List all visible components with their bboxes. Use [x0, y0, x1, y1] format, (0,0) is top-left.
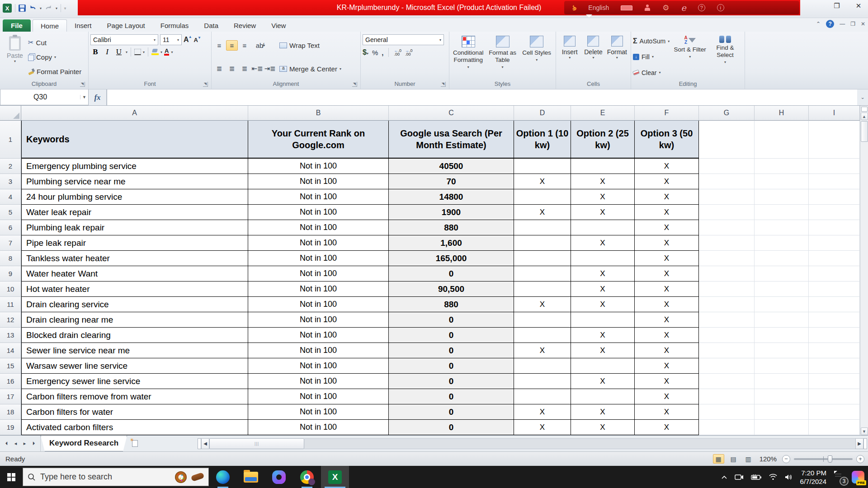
tab-page-layout[interactable]: Page Layout: [99, 19, 153, 32]
row-header-9[interactable]: 9: [0, 266, 21, 282]
cell-G6[interactable]: [699, 220, 755, 235]
cell-E17[interactable]: [571, 389, 635, 404]
help-icon[interactable]: ?: [698, 4, 705, 11]
browser-icon[interactable]: e: [681, 3, 686, 13]
cell-H15[interactable]: [755, 358, 809, 374]
cell-D14[interactable]: X: [514, 343, 571, 358]
cell-D15[interactable]: [514, 358, 571, 374]
eclair-image[interactable]: [191, 472, 205, 482]
cell-F5[interactable]: X: [635, 205, 699, 220]
col-header-I[interactable]: I: [809, 106, 860, 121]
cell-C7[interactable]: 1,600: [389, 235, 514, 251]
cell-A15[interactable]: Warsaw sewer line service: [21, 358, 248, 374]
zoom-out-button[interactable]: −: [782, 455, 790, 463]
taskbar-edge-icon[interactable]: [209, 466, 237, 488]
cell-G16[interactable]: [699, 374, 755, 389]
cell-E18[interactable]: X: [571, 404, 635, 420]
cell-A12[interactable]: Drain clearing near me: [21, 312, 248, 328]
format-as-table-button[interactable]: Format as Table▾: [486, 33, 520, 80]
cell-I12[interactable]: [809, 312, 860, 328]
cell-A11[interactable]: Drain clearing service: [21, 297, 248, 312]
cell-H12[interactable]: [755, 312, 809, 328]
cell-I3[interactable]: [809, 174, 860, 189]
tab-review[interactable]: Review: [226, 19, 264, 32]
cell-H14[interactable]: [755, 343, 809, 358]
normal-view-button[interactable]: ▦: [713, 454, 724, 464]
next-sheet-icon[interactable]: ▸: [21, 441, 28, 446]
format-painter-button[interactable]: Format Painter: [28, 66, 81, 77]
cell-D10[interactable]: [514, 282, 571, 297]
row-header-17[interactable]: 17: [0, 389, 21, 404]
cell-H5[interactable]: [755, 205, 809, 220]
cell-F14[interactable]: X: [635, 343, 699, 358]
cell-A14[interactable]: Sewer line service near me: [21, 343, 248, 358]
avro-logo-icon[interactable]: ঌ: [571, 3, 577, 13]
cell-D9[interactable]: [514, 266, 571, 282]
cell-G4[interactable]: [699, 189, 755, 205]
row-header-1[interactable]: 1: [0, 121, 21, 159]
cell-I17[interactable]: [809, 389, 860, 404]
font-size-select[interactable]: 11▾: [160, 34, 182, 45]
cell-B9[interactable]: Not in 100: [248, 266, 389, 282]
cell-C1[interactable]: Google usa Search (Per Month Estimate): [389, 121, 514, 159]
cell-I18[interactable]: [809, 404, 860, 420]
select-all-corner[interactable]: [0, 106, 21, 121]
insert-function-button[interactable]: fx: [89, 89, 107, 105]
cell-A17[interactable]: Carbon filters remove from water: [21, 389, 248, 404]
cell-B10[interactable]: Not in 100: [248, 282, 389, 297]
cell-E2[interactable]: [571, 159, 635, 174]
cell-C10[interactable]: 90,500: [389, 282, 514, 297]
dialog-launcher-icon[interactable]: ◢: [352, 82, 357, 87]
horizontal-scroll-thumb[interactable]: |||: [209, 438, 304, 449]
tab-data[interactable]: Data: [196, 19, 226, 32]
cell-I2[interactable]: [809, 159, 860, 174]
align-bottom-button[interactable]: ≡: [239, 40, 250, 51]
cell-A9[interactable]: Water heater Want: [21, 266, 248, 282]
cell-A1[interactable]: Keywords: [21, 121, 248, 159]
cell-B19[interactable]: Not in 100: [248, 420, 389, 435]
cell-I15[interactable]: [809, 358, 860, 374]
cell-F16[interactable]: X: [635, 374, 699, 389]
cell-G13[interactable]: [699, 328, 755, 343]
page-layout-view-button[interactable]: ▤: [728, 454, 739, 464]
cell-G18[interactable]: [699, 404, 755, 420]
cell-B14[interactable]: Not in 100: [248, 343, 389, 358]
cell-B11[interactable]: Not in 100: [248, 297, 389, 312]
comma-style-button[interactable]: ,: [382, 49, 383, 56]
scroll-right-icon[interactable]: ▶: [855, 438, 863, 449]
cell-F8[interactable]: X: [635, 251, 699, 266]
help-button[interactable]: ?: [826, 20, 834, 28]
cell-H9[interactable]: [755, 266, 809, 282]
cell-D2[interactable]: [514, 159, 571, 174]
cell-A8[interactable]: Tankless water heater: [21, 251, 248, 266]
cell-I6[interactable]: [809, 220, 860, 235]
cell-I13[interactable]: [809, 328, 860, 343]
cell-E1[interactable]: Option 2 (25 kw): [571, 121, 635, 159]
zoom-in-button[interactable]: +: [856, 455, 864, 463]
tab-home[interactable]: Home: [33, 19, 67, 32]
cell-E16[interactable]: X: [571, 374, 635, 389]
cell-B15[interactable]: Not in 100: [248, 358, 389, 374]
collapse-ribbon-icon[interactable]: ⌃: [816, 21, 821, 27]
row-header-13[interactable]: 13: [0, 328, 21, 343]
donut-image[interactable]: [175, 471, 187, 483]
cell-F6[interactable]: X: [635, 220, 699, 235]
cell-F10[interactable]: X: [635, 282, 699, 297]
cell-F2[interactable]: X: [635, 159, 699, 174]
tab-view[interactable]: View: [264, 19, 293, 32]
cell-B6[interactable]: Not in 100: [248, 220, 389, 235]
cell-I16[interactable]: [809, 374, 860, 389]
sort-filter-button[interactable]: AZ Sort & Filter▾: [672, 33, 708, 80]
delete-cells-button[interactable]: Delete▾: [581, 33, 605, 80]
cell-D16[interactable]: [514, 374, 571, 389]
cell-C11[interactable]: 880: [389, 297, 514, 312]
cell-F3[interactable]: X: [635, 174, 699, 189]
col-header-H[interactable]: H: [755, 106, 809, 121]
tab-formulas[interactable]: Formulas: [153, 19, 197, 32]
cell-G12[interactable]: [699, 312, 755, 328]
scroll-left-icon[interactable]: ◀: [201, 438, 209, 449]
avro-language-label[interactable]: English: [588, 4, 609, 11]
cell-C5[interactable]: 1900: [389, 205, 514, 220]
cell-F9[interactable]: X: [635, 266, 699, 282]
cell-I8[interactable]: [809, 251, 860, 266]
